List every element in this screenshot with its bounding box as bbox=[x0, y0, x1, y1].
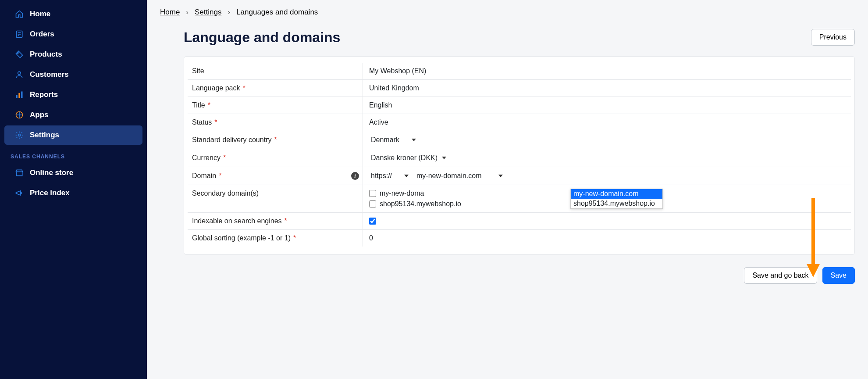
sidebar-item-label: Apps bbox=[30, 111, 49, 119]
field-label-delivery-country: Standard delivery country bbox=[192, 136, 271, 144]
chevron-down-icon bbox=[442, 157, 446, 159]
sidebar-section-label: SALES CHANNELS bbox=[0, 146, 147, 162]
chevron-down-icon bbox=[404, 175, 409, 177]
required-marker: * bbox=[219, 172, 221, 180]
main-content: Home › Settings › Languages and domains … bbox=[147, 0, 868, 379]
protocol-select[interactable]: https:// bbox=[369, 172, 410, 180]
currency-select[interactable]: Danske kroner (DKK) bbox=[369, 154, 448, 162]
field-label-secondary: Secondary domain(s) bbox=[192, 190, 259, 197]
sidebar-item-price-index[interactable]: Price index bbox=[4, 183, 142, 203]
breadcrumb-home[interactable]: Home bbox=[160, 8, 180, 17]
required-marker: * bbox=[274, 136, 277, 144]
field-value-site: My Webshop (EN) bbox=[369, 67, 426, 75]
field-value-language-pack: United Kingdom bbox=[369, 84, 419, 92]
select-value: my-new-domain.com bbox=[416, 172, 481, 180]
domain-select[interactable]: my-new-domain.com bbox=[415, 172, 504, 180]
domain-dropdown-open: my-new-domain.com shop95134.mywebshop.io bbox=[570, 189, 663, 209]
home-icon bbox=[15, 10, 24, 18]
dropdown-option[interactable]: shop95134.mywebshop.io bbox=[571, 199, 662, 208]
info-icon[interactable]: i bbox=[351, 172, 359, 180]
chevron-down-icon bbox=[412, 139, 416, 141]
chevron-right-icon: › bbox=[186, 8, 189, 17]
field-label-domain: Domain bbox=[192, 172, 216, 180]
settings-card: Site My Webshop (EN) Language pack* Unit… bbox=[184, 56, 855, 255]
tag-icon bbox=[15, 50, 24, 59]
indexable-checkbox[interactable] bbox=[369, 218, 376, 225]
sidebar-item-label: Orders bbox=[30, 30, 54, 39]
sidebar-item-apps[interactable]: Apps bbox=[4, 105, 142, 125]
field-label-status: Status bbox=[192, 118, 212, 126]
sidebar-item-settings[interactable]: Settings bbox=[4, 125, 142, 145]
sidebar-item-label: Price index bbox=[30, 189, 70, 197]
field-label-title: Title bbox=[192, 101, 205, 109]
field-label-currency: Currency bbox=[192, 154, 221, 162]
gear-icon bbox=[15, 131, 24, 139]
svg-point-5 bbox=[18, 72, 21, 75]
breadcrumb-current: Languages and domains bbox=[236, 8, 318, 17]
svg-rect-7 bbox=[18, 93, 20, 98]
sidebar-item-label: Products bbox=[30, 50, 62, 59]
svg-point-4 bbox=[17, 52, 18, 54]
footer-buttons: Save and go back Save bbox=[160, 255, 855, 284]
dropdown-option-selected[interactable]: my-new-domain.com bbox=[571, 189, 662, 199]
field-label-sorting: Global sorting (example -1 or 1) bbox=[192, 234, 291, 242]
svg-rect-6 bbox=[16, 95, 18, 98]
field-label-indexable: Indexable on search engines bbox=[192, 217, 282, 225]
required-marker: * bbox=[293, 234, 296, 242]
apps-icon bbox=[15, 111, 24, 119]
sidebar-item-label: Reports bbox=[30, 90, 58, 99]
secondary-domain-option-1[interactable]: my-new-doma bbox=[369, 190, 424, 197]
svg-rect-8 bbox=[21, 92, 22, 98]
breadcrumb-settings[interactable]: Settings bbox=[195, 8, 221, 17]
store-icon bbox=[15, 168, 24, 177]
sidebar-item-label: Home bbox=[30, 10, 50, 18]
user-icon bbox=[15, 70, 24, 79]
sidebar-item-orders[interactable]: Orders bbox=[4, 25, 142, 44]
delivery-country-select[interactable]: Denmark bbox=[369, 136, 418, 144]
required-marker: * bbox=[208, 101, 210, 109]
select-value: Danske kroner (DKK) bbox=[371, 154, 438, 162]
field-label-site: Site bbox=[192, 67, 204, 75]
chart-icon bbox=[15, 90, 24, 99]
page-title: Language and domains bbox=[184, 29, 340, 46]
save-button[interactable]: Save bbox=[822, 267, 855, 284]
required-marker: * bbox=[223, 154, 226, 162]
secondary-domain-checkbox-1[interactable] bbox=[369, 190, 376, 197]
save-and-go-back-button[interactable]: Save and go back bbox=[744, 267, 817, 284]
secondary-domain-checkbox-2[interactable] bbox=[369, 200, 376, 207]
sidebar-item-reports[interactable]: Reports bbox=[4, 85, 142, 104]
required-marker: * bbox=[214, 118, 217, 126]
previous-button[interactable]: Previous bbox=[811, 29, 855, 46]
required-marker: * bbox=[242, 84, 245, 92]
secondary-domain-option-2[interactable]: shop95134.mywebshop.io bbox=[369, 200, 461, 208]
sidebar-item-online-store[interactable]: Online store bbox=[4, 163, 142, 182]
breadcrumb: Home › Settings › Languages and domains bbox=[160, 8, 855, 17]
field-value-title: English bbox=[369, 101, 392, 109]
field-value-status: Active bbox=[369, 118, 388, 126]
sidebar-item-home[interactable]: Home bbox=[4, 4, 142, 24]
sidebar-item-label: Customers bbox=[30, 70, 69, 79]
sidebar-item-products[interactable]: Products bbox=[4, 45, 142, 64]
field-value-sorting: 0 bbox=[369, 234, 373, 242]
sidebar: Home Orders Products Customers Reports A… bbox=[0, 0, 147, 379]
sidebar-item-customers[interactable]: Customers bbox=[4, 65, 142, 84]
megaphone-icon bbox=[15, 189, 24, 197]
required-marker: * bbox=[285, 217, 287, 225]
select-value: Denmark bbox=[371, 136, 399, 144]
field-label-language-pack: Language pack bbox=[192, 84, 240, 92]
sidebar-item-label: Online store bbox=[30, 168, 73, 177]
chevron-down-icon bbox=[498, 175, 503, 177]
select-value: https:// bbox=[371, 172, 392, 180]
orders-icon bbox=[15, 30, 24, 39]
secondary-domain-label-2: shop95134.mywebshop.io bbox=[380, 200, 461, 208]
secondary-domain-label-1: my-new-doma bbox=[380, 190, 424, 197]
svg-point-10 bbox=[18, 134, 21, 136]
chevron-right-icon: › bbox=[228, 8, 230, 17]
sidebar-item-label: Settings bbox=[30, 131, 59, 139]
